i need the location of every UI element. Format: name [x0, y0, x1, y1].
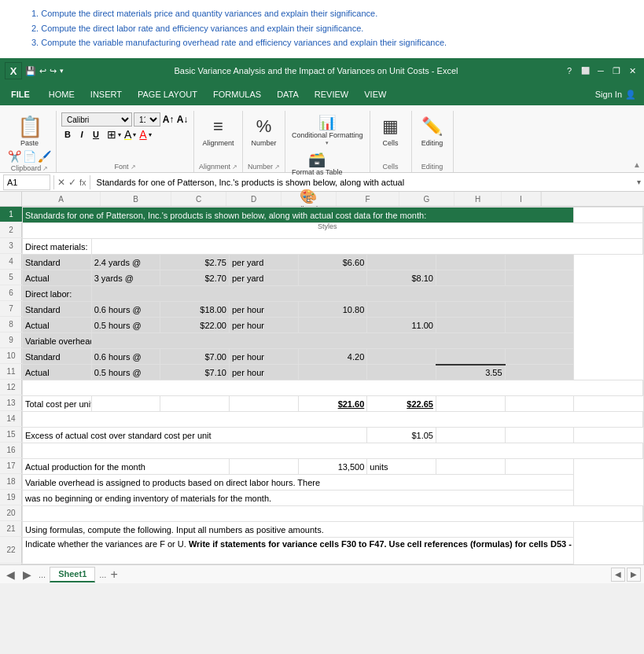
cell-h4[interactable]	[505, 255, 574, 270]
clipboard-expand[interactable]: ↗	[42, 165, 48, 172]
col-header-a[interactable]: A	[22, 192, 101, 206]
row-header-19[interactable]: 19	[0, 490, 22, 505]
number-expand[interactable]: ↗	[274, 164, 280, 171]
minimize-btn[interactable]: ─	[594, 64, 608, 78]
row-header-10[interactable]: 10	[0, 348, 22, 364]
number-button[interactable]: % Number	[248, 112, 280, 149]
cell-b4[interactable]: 2.4 yards @	[91, 255, 160, 270]
col-header-f[interactable]: F	[337, 192, 399, 206]
cell-c10[interactable]: $7.00	[160, 349, 230, 365]
cell-g15[interactable]	[436, 428, 505, 443]
cell-a3[interactable]: Direct materials:	[23, 239, 92, 255]
cell-c11[interactable]: $7.10	[160, 365, 230, 380]
cell-e4[interactable]: $6.60	[298, 255, 367, 270]
cell-f17[interactable]: units	[367, 459, 436, 475]
cell-a21[interactable]: Using formulas, compute the following. I…	[23, 522, 574, 538]
row-header-2[interactable]: 2	[0, 222, 22, 238]
cell-f13[interactable]: $22.65	[367, 396, 436, 412]
cell-h13[interactable]	[505, 396, 574, 412]
italic-button[interactable]: I	[75, 128, 88, 141]
ribbon-collapse[interactable]: ▲	[633, 160, 641, 172]
row-header-15[interactable]: 15	[0, 427, 22, 443]
confirm-formula-icon[interactable]: ✓	[68, 177, 76, 188]
cell-e13[interactable]: $21.60	[298, 396, 367, 412]
cell-a11[interactable]: Actual	[23, 365, 92, 380]
cell-a17[interactable]: Actual production for the month	[23, 459, 230, 475]
help-btn[interactable]: ?	[562, 64, 576, 78]
sheet-prev-icon[interactable]: ◀	[3, 568, 18, 581]
insert-menu[interactable]: INSERT	[83, 83, 130, 105]
view-menu[interactable]: VIEW	[356, 83, 394, 105]
alignment-button[interactable]: ≡ Alignment	[200, 112, 237, 149]
customize-icon[interactable]: ▾	[60, 67, 64, 75]
cell-a5[interactable]: Actual	[23, 270, 92, 286]
cell-a9[interactable]: Variable overhead:	[23, 333, 92, 349]
format-painter-icon[interactable]: 🖌️	[38, 150, 51, 163]
row-header-22[interactable]: 22	[0, 537, 22, 564]
cell-b8[interactable]: 0.5 hours @	[91, 318, 160, 333]
row-header-4[interactable]: 4	[0, 254, 22, 270]
conditional-formatting-button[interactable]: 📊 Conditional Formatting ▾	[290, 112, 365, 148]
redo-icon[interactable]: ↪	[50, 66, 57, 76]
cell-f5[interactable]: $8.10	[367, 270, 436, 286]
row-2[interactable]	[23, 223, 643, 239]
add-sheet-button[interactable]: +	[110, 568, 117, 582]
col-header-d[interactable]: D	[226, 192, 282, 206]
border-dropdown[interactable]: ▾	[118, 131, 121, 138]
bold-button[interactable]: B	[61, 128, 74, 141]
cell-h10[interactable]	[505, 349, 574, 365]
cell-f4[interactable]	[367, 255, 436, 270]
col-header-g[interactable]: G	[399, 192, 454, 206]
cell-g11[interactable]: 3.55	[436, 365, 505, 380]
cell-b6-rest[interactable]	[91, 286, 574, 302]
cell-f15[interactable]: $1.05	[367, 428, 436, 443]
row-header-3[interactable]: 3	[0, 238, 22, 254]
col-header-i[interactable]: I	[502, 192, 541, 206]
cell-c7[interactable]: $18.00	[160, 302, 230, 318]
cell-g5[interactable]	[436, 270, 505, 286]
cell-a19[interactable]: was no beginning or ending inventory of …	[23, 490, 574, 506]
cell-h15[interactable]	[505, 428, 574, 443]
cell-reference-box[interactable]: A1	[3, 175, 50, 190]
row-header-18[interactable]: 18	[0, 474, 22, 490]
cell-h8[interactable]	[505, 318, 574, 333]
home-menu[interactable]: HOME	[41, 83, 83, 105]
underline-button[interactable]: U	[90, 128, 102, 141]
cell-g8[interactable]	[436, 318, 505, 333]
cell-a1[interactable]: Standards for one of Patterson, Inc.'s p…	[23, 208, 574, 223]
cell-d17[interactable]	[229, 459, 298, 475]
formula-expand-icon[interactable]: ▾	[637, 178, 641, 186]
sign-in[interactable]: Sign In 👤	[587, 90, 644, 100]
row-header-16[interactable]: 16	[0, 443, 22, 458]
row-header-1[interactable]: 1	[0, 207, 22, 222]
row-header-6[interactable]: 6	[0, 285, 22, 301]
row-header-13[interactable]: 13	[0, 395, 22, 411]
grow-font-button[interactable]: A↑	[162, 113, 175, 126]
cell-e5[interactable]	[298, 270, 367, 286]
close-btn[interactable]: ✕	[625, 64, 639, 78]
data-menu[interactable]: DATA	[269, 83, 307, 105]
cell-b13[interactable]	[91, 396, 160, 412]
scroll-left-btn[interactable]: ◀	[611, 568, 625, 582]
row-header-5[interactable]: 5	[0, 270, 22, 285]
cell-b5[interactable]: 3 yards @	[91, 270, 160, 286]
row-16[interactable]	[23, 443, 643, 459]
font-color-icon[interactable]: A	[139, 128, 146, 141]
cell-d11[interactable]: per hour	[229, 365, 298, 380]
cell-d10[interactable]: per hour	[229, 349, 298, 365]
col-header-e[interactable]: E	[282, 192, 337, 206]
cell-g17[interactable]	[436, 459, 505, 475]
cell-d8[interactable]: per hour	[229, 318, 298, 333]
cell-b9-rest[interactable]	[91, 333, 574, 349]
row-header-9[interactable]: 9	[0, 333, 22, 348]
cell-g7[interactable]	[436, 302, 505, 318]
row-14[interactable]	[23, 412, 643, 428]
cell-c13[interactable]	[160, 396, 230, 412]
row-20[interactable]	[23, 506, 643, 522]
cut-icon[interactable]: ✂️	[8, 150, 21, 163]
cell-b3-rest[interactable]	[91, 239, 642, 255]
row-header-14[interactable]: 14	[0, 411, 22, 427]
editing-button[interactable]: ✏️ Editing	[417, 112, 448, 149]
row-12[interactable]	[23, 380, 643, 396]
sheet-next-icon[interactable]: ▶	[20, 568, 35, 581]
